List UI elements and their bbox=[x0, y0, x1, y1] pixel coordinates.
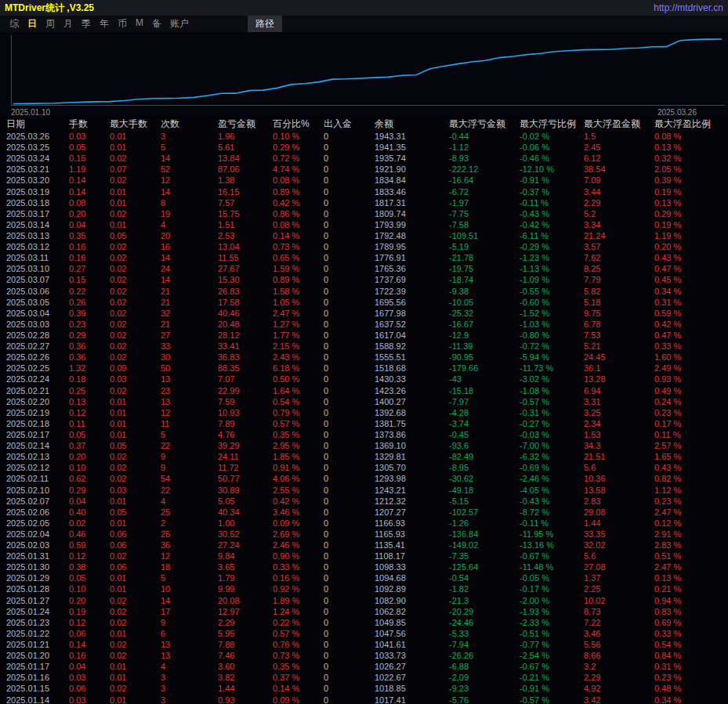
table-row[interactable]: 2025.02.251.320.095088.356.18 %01518.68-… bbox=[0, 363, 728, 374]
table-row[interactable]: 2025.02.060.400.052540.343.46 %01207.27-… bbox=[0, 507, 728, 518]
cell: 2025.03.03 bbox=[6, 319, 69, 330]
table-row[interactable]: 2025.02.120.100.02911.720.91 %01305.70-8… bbox=[0, 462, 728, 473]
menu-item-3[interactable]: 周 bbox=[45, 17, 55, 31]
column-header[interactable]: 最大浮亏比例 bbox=[520, 117, 584, 131]
menu-item-8[interactable]: M bbox=[136, 17, 143, 31]
menu-item-2[interactable]: 日 bbox=[27, 17, 37, 31]
column-header[interactable]: 次数 bbox=[161, 117, 218, 131]
table-row[interactable]: 2025.03.211.190.075287.064.74 %01921.90-… bbox=[0, 164, 728, 175]
cell: 0 bbox=[324, 308, 375, 319]
table-row[interactable]: 2025.02.070.040.0145.050.42 %01212.32-5.… bbox=[0, 496, 728, 507]
table-row[interactable]: 2025.02.260.360.023036.832.43 %01555.51-… bbox=[0, 352, 728, 363]
cell: -12.10 % bbox=[520, 164, 584, 175]
column-header[interactable]: 日期 bbox=[6, 117, 69, 131]
table-row[interactable]: 2025.01.290.050.0151.790.16 %01094.68-0.… bbox=[0, 572, 728, 583]
table-row[interactable]: 2025.01.150.060.0231.440.14 %01018.85-9.… bbox=[0, 683, 728, 694]
cell: 2025.02.03 bbox=[6, 540, 69, 551]
cell: 0.35 % bbox=[273, 661, 324, 672]
menu-item-1[interactable]: 综 bbox=[9, 17, 19, 31]
cell: 0.05 bbox=[110, 230, 161, 241]
table-row[interactable]: 2025.01.210.140.02137.880.76 %01041.61-7… bbox=[0, 639, 728, 650]
table-row[interactable]: 2025.01.200.160.02137.460.73 %01033.73-2… bbox=[0, 650, 728, 661]
table-row[interactable]: 2025.01.170.040.0143.600.35 %01026.27-6.… bbox=[0, 661, 728, 672]
menu-item-9[interactable]: 备 bbox=[152, 17, 161, 31]
table-row[interactable]: 2025.02.100.290.032230.892.55 %01243.21-… bbox=[0, 485, 728, 496]
cell: -0.45 bbox=[449, 429, 520, 440]
cell: 0.34 % bbox=[654, 286, 728, 297]
table-row[interactable]: 2025.01.140.030.0130.930.09 %01017.41-5.… bbox=[0, 695, 728, 704]
table-row[interactable]: 2025.01.300.380.06183.650.33 %01098.33-1… bbox=[0, 561, 728, 572]
table-row[interactable]: 2025.03.060.220.022126.831.58 %01722.39-… bbox=[0, 286, 728, 297]
menu-item-5[interactable]: 季 bbox=[81, 17, 91, 31]
column-header[interactable]: 余额 bbox=[375, 117, 449, 131]
cell: 0.42 % bbox=[273, 197, 324, 208]
menu-item-6[interactable]: 年 bbox=[100, 17, 109, 31]
table-row[interactable]: 2025.03.250.050.0155.610.29 %01941.35-1.… bbox=[0, 142, 728, 153]
cell: 87.06 bbox=[218, 164, 273, 175]
table-row[interactable]: 2025.02.040.460.062530.522.69 %01165.93-… bbox=[0, 529, 728, 540]
table-row[interactable]: 2025.03.170.200.021915.750.86 %01809.74-… bbox=[0, 208, 728, 219]
menu-bar: 综日周月季年币M备账户 路径 bbox=[0, 16, 728, 32]
table-row[interactable]: 2025.01.310.120.02129.840.90 %01108.17-7… bbox=[0, 551, 728, 561]
cell: 13 bbox=[161, 396, 218, 407]
table-row[interactable]: 2025.03.190.140.011416.150.89 %01833.46-… bbox=[0, 186, 728, 197]
table-row[interactable]: 2025.03.260.030.0131.960.10 %01943.31-0.… bbox=[0, 131, 728, 142]
path-button[interactable]: 路径 bbox=[248, 16, 282, 32]
cell: 14 bbox=[161, 186, 218, 197]
cell: 1789.95 bbox=[375, 241, 449, 252]
table-row[interactable]: 2025.02.210.250.022322.991.64 %01423.26-… bbox=[0, 385, 728, 396]
column-header[interactable]: 百分比% bbox=[273, 117, 324, 131]
cell: 0 bbox=[324, 672, 375, 683]
table-row[interactable]: 2025.03.040.390.023240.462.47 %01677.98-… bbox=[0, 308, 728, 319]
table-row[interactable]: 2025.03.120.160.021613.040.73 %01789.95-… bbox=[0, 241, 728, 252]
cell: -0.43 % bbox=[520, 496, 584, 507]
table-row[interactable]: 2025.02.270.360.023333.412.15 %01588.92-… bbox=[0, 341, 728, 352]
column-header[interactable]: 最大浮盈比例 bbox=[654, 117, 728, 131]
table-row[interactable]: 2025.03.130.350.05202.530.14 %01792.48-1… bbox=[0, 230, 728, 241]
table-row[interactable]: 2025.02.190.120.011210.930.79 %01392.68-… bbox=[0, 407, 728, 418]
table-row[interactable]: 2025.02.110.620.025450.774.06 %01293.98-… bbox=[0, 473, 728, 484]
table-row[interactable]: 2025.01.280.100.01109.990.92 %01092.89-1… bbox=[0, 583, 728, 594]
table-row[interactable]: 2025.03.240.150.021413.840.72 %01935.74-… bbox=[0, 153, 728, 164]
app-url-link[interactable]: http://mtdriver.cn bbox=[654, 2, 723, 13]
column-header[interactable]: 最大手数 bbox=[110, 117, 161, 131]
table-row[interactable]: 2025.03.110.160.021411.550.65 %01776.91-… bbox=[0, 252, 728, 263]
cell: 2025.02.07 bbox=[6, 496, 69, 507]
cell: 34.3 bbox=[584, 440, 654, 451]
table-row[interactable]: 2025.01.230.120.0292.290.22 %01049.85-24… bbox=[0, 617, 728, 628]
table-row[interactable]: 2025.01.160.030.0133.820.37 %01022.67-2.… bbox=[0, 672, 728, 683]
table-row[interactable]: 2025.03.100.270.022427.671.59 %01765.36-… bbox=[0, 263, 728, 274]
table-row[interactable]: 2025.03.030.230.022120.481.27 %01637.52-… bbox=[0, 319, 728, 330]
column-header[interactable]: 最大浮盈金额 bbox=[584, 117, 654, 131]
table-row[interactable]: 2025.02.170.050.0154.760.35 %01373.86-0.… bbox=[0, 429, 728, 440]
table-row[interactable]: 2025.02.140.370.052239.292.95 %01369.10-… bbox=[0, 440, 728, 451]
cell: 39.29 bbox=[218, 440, 273, 451]
cell: 2.29 bbox=[218, 617, 273, 628]
cell: -0.42 % bbox=[520, 219, 584, 230]
table-row[interactable]: 2025.03.180.080.0187.570.42 %01817.31-1.… bbox=[0, 197, 728, 208]
menu-item-7[interactable]: 币 bbox=[118, 17, 127, 31]
column-header[interactable]: 出入金 bbox=[324, 117, 375, 131]
cell: -0.54 bbox=[449, 572, 520, 583]
menu-item-10[interactable]: 账户 bbox=[170, 17, 189, 31]
table-row[interactable]: 2025.02.280.290.022728.121.77 %01617.04-… bbox=[0, 330, 728, 341]
table-row[interactable]: 2025.03.050.260.022117.581.05 %01695.56-… bbox=[0, 297, 728, 308]
table-row[interactable]: 2025.03.070.150.021415.300.89 %01737.69-… bbox=[0, 274, 728, 285]
table-row[interactable]: 2025.02.180.110.01117.890.57 %01381.75-3… bbox=[0, 418, 728, 429]
table-row[interactable]: 2025.02.050.020.0121.000.09 %01166.93-1.… bbox=[0, 518, 728, 529]
table-row[interactable]: 2025.02.200.130.01137.590.54 %01400.27-7… bbox=[0, 396, 728, 407]
table-row[interactable]: 2025.01.270.200.021420.081.89 %01082.90-… bbox=[0, 595, 728, 606]
table-row[interactable]: 2025.02.130.200.02924.111.85 %01329.81-8… bbox=[0, 451, 728, 462]
table-row[interactable]: 2025.02.240.180.03137.070.50 %01430.33-4… bbox=[0, 374, 728, 384]
column-header[interactable]: 手数 bbox=[69, 117, 110, 131]
table-row[interactable]: 2025.03.140.040.0141.510.08 %01793.99-7.… bbox=[0, 219, 728, 230]
menu-item-4[interactable]: 月 bbox=[63, 17, 73, 31]
table-row[interactable]: 2025.01.240.190.021712.971.24 %01062.82-… bbox=[0, 606, 728, 617]
column-header[interactable]: 盈亏金额 bbox=[218, 117, 273, 131]
column-header[interactable]: 最大浮亏金额 bbox=[449, 117, 520, 131]
cell: -1.08 % bbox=[520, 385, 584, 396]
cell: 1.79 bbox=[218, 572, 273, 583]
table-row[interactable]: 2025.01.220.060.0165.950.57 %01047.56-5.… bbox=[0, 628, 728, 639]
table-row[interactable]: 2025.02.030.590.063627.242.46 %01135.41-… bbox=[0, 540, 728, 551]
table-row[interactable]: 2025.03.200.140.02121.380.08 %01834.84-1… bbox=[0, 175, 728, 186]
